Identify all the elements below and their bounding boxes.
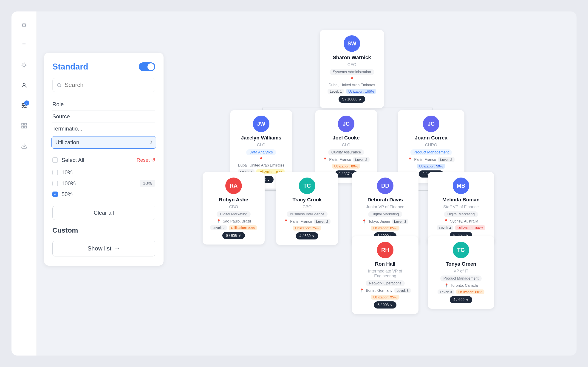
filter-row-termination-label: Terminatio... [52,125,82,132]
ra-loc-icon: 📍 [216,219,221,223]
ra-location: 📍 Sao Paulo, Brazil [216,219,251,223]
rh-expand[interactable]: 6 / 998 ∨ [374,301,397,309]
filter-row-termination[interactable]: Terminatio... [52,123,155,135]
tc-location-text: Paris, France [290,219,312,224]
sidebar-icon-filters[interactable]: ⚙ [18,19,30,31]
tg-title: VP of IT [454,269,468,274]
tg-util: Utilization: 80% [456,290,484,294]
mb-avatar: MB [453,177,469,194]
clear-all-button[interactable]: Clear all [52,206,155,220]
svg-rect-17 [25,123,26,125]
show-list-button[interactable]: Show list → [52,241,155,257]
sidebar-icon-download[interactable] [18,140,30,152]
select-all-row[interactable]: Select All [52,157,84,163]
ceo-location-text: Dubai, United Arab Emirates [329,83,375,87]
mb-dept: Digital Marketing [444,211,478,217]
jc-location: 📍 Paris, France Level: 2 [323,157,370,162]
reset-icon: ↺ [151,157,155,163]
tg-meta: Level: 3 Utilization: 80% [438,290,484,294]
sidebar-icon-sun[interactable] [18,59,30,71]
rh-level: Level: 3 [394,288,411,293]
custom-section: Custom [52,226,155,234]
svg-line-3 [22,63,22,64]
checkbox-10[interactable]: 10% [52,169,155,176]
mb-level: Level: 3 [437,225,453,230]
rh-dept: Network Operations [366,280,405,286]
checkbox-100-box[interactable] [52,181,58,186]
dd-title: Junior VP of Finance [366,205,405,209]
svg-rect-19 [25,126,26,128]
tc-avatar: TC [299,177,315,194]
checkbox-50[interactable]: 50% [52,191,155,198]
tg-avatar: TG [453,242,469,258]
filter-row-source[interactable]: Source [52,110,155,123]
sidebar-icon-grid[interactable] [18,120,30,132]
sidebar-icon-sliders[interactable]: 2 [18,100,30,111]
joann-avatar: JC [423,116,439,132]
ceo-avatar: SW [344,35,360,52]
checkbox-100[interactable]: 100% 10% [52,180,155,187]
jc-avatar: JC [338,116,355,132]
rh-avatar: RH [377,242,393,258]
checkbox-header: Select All Reset ↺ [52,157,155,163]
svg-point-21 [57,83,61,86]
toggle-switch[interactable] [139,62,155,71]
search-box[interactable] [52,78,155,92]
jw-avatar: JW [253,116,269,132]
jc-loc-icon: 📍 [323,157,327,162]
tg-location-text: Toronto, Canada [451,284,478,288]
util-tag-10: 10% [140,180,155,187]
filter-row-source-label: Source [52,113,70,120]
dd-level: Level: 3 [392,219,409,224]
ceo-expand[interactable]: 5 / 10000 ∧ [338,96,365,103]
jc-dept: Quality Assurance [328,149,364,155]
joann-location: 📍 Paris, France Level: 2 [408,157,455,162]
tg-expand[interactable]: 4 / 699 ∨ [450,296,473,303]
rh-expand-text: 6 / 998 [378,303,389,307]
ceo-location: 📍 Dubai, United Arab Emirates [326,77,378,87]
main-canvas: SW Sharon Warnick CEO Systems Administra… [164,11,577,356]
ceo-card: SW Sharon Warnick CEO Systems Administra… [320,30,384,108]
select-all-checkbox[interactable] [52,157,58,163]
tracy-card: TC Tracy Crook CBO Business Intelligence… [276,172,338,245]
svg-line-4 [26,67,26,67]
joann-dept: Product Management [410,149,452,155]
svg-line-8 [26,63,26,64]
checkbox-100-label: 100% [61,180,76,187]
tc-expand[interactable]: 4 / 639 ∨ [296,232,319,240]
show-list-label: Show list [87,245,111,252]
tg-loc-icon: 📍 [444,283,449,288]
show-list-arrow: → [114,245,120,252]
mb-meta: Level: 3 Utilization: 100% [437,225,485,230]
dd-name: Deborah Davis [367,197,403,203]
sidebar: ⚙ ≡ 2 [11,11,37,356]
checkbox-section: Select All Reset ↺ 10% 100% 10% 50% [52,155,155,199]
dd-util-row: Utilization: 85% [371,226,399,231]
tc-util: Utilization: 75% [293,226,321,231]
panel-header: Standard [52,62,155,72]
tc-name: Tracy Crook [292,197,321,203]
reset-button[interactable]: Reset ↺ [137,157,155,163]
filter-row-role[interactable]: Role [52,98,155,110]
svg-point-13 [22,103,23,104]
jc-title: CLO [342,143,350,148]
tc-location: 📍 Paris, France Level: 2 [284,219,330,224]
filter-row-utilization[interactable]: Utilization 2 [52,136,156,149]
mb-loc-icon: 📍 [444,219,448,223]
checkbox-10-label: 10% [61,169,73,176]
search-input[interactable] [65,81,151,89]
sidebar-icon-menu[interactable]: ≡ [18,39,30,51]
app-container: ⚙ ≡ 2 [11,11,577,356]
checkbox-10-box[interactable] [52,170,58,175]
ceo-title: CEO [347,62,356,67]
filter-badge: 2 [24,100,29,106]
ra-expand[interactable]: 6 / 838 ∨ [222,232,245,239]
mb-location-text: Sydney, Australia [450,219,478,223]
panel-title: Standard [52,62,88,72]
sidebar-icon-person[interactable] [18,79,30,91]
jc-level: Level: 2 [353,157,370,162]
rh-util-row: Utilization: 95% [371,295,399,300]
svg-line-22 [60,86,61,87]
checkbox-50-box[interactable] [52,192,58,197]
dd-dept: Digital Marketing [368,211,402,217]
